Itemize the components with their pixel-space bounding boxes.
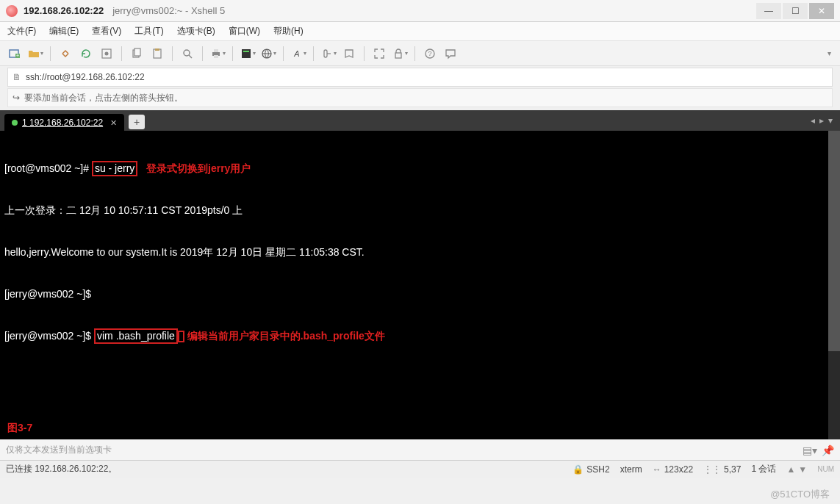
- prompt-jerry: [jerry@vms002 ~]$: [4, 330, 94, 342]
- tab-close-icon[interactable]: ✕: [110, 118, 117, 128]
- terminal-panel[interactable]: [root@vms002 ~]# su - jerry 登录式切换到jerry用…: [0, 131, 840, 439]
- tab-label: 1 192.168.26.102:22: [22, 118, 103, 128]
- svg-rect-18: [324, 50, 327, 57]
- address-url: ssh://root@192.168.26.102:22: [26, 72, 145, 82]
- menu-window[interactable]: 窗口(W): [229, 25, 260, 37]
- toolbar-separator: [50, 46, 51, 61]
- toolbar-separator: [313, 46, 314, 61]
- status-size: 123x22: [664, 464, 693, 475]
- toolbar-separator: [202, 46, 203, 61]
- help-icon[interactable]: ?: [421, 45, 439, 62]
- figure-label: 图3-7: [7, 421, 32, 435]
- menu-help[interactable]: 帮助(H): [273, 25, 304, 37]
- svg-point-4: [105, 51, 109, 55]
- menu-file[interactable]: 文件(F): [7, 25, 36, 37]
- info-text: 要添加当前会话，点击左侧的箭头按钮。: [24, 92, 183, 104]
- disconnect-icon[interactable]: [57, 45, 74, 62]
- close-button[interactable]: ✕: [809, 3, 834, 19]
- title-bar: 192.168.26.102:22 jerry@vms002:~ - Xshel…: [0, 0, 840, 22]
- svg-rect-13: [214, 55, 218, 58]
- menu-view[interactable]: 查看(V): [92, 25, 121, 37]
- compose-pin-icon[interactable]: 📌: [822, 444, 834, 456]
- fullscreen-icon[interactable]: [370, 45, 388, 62]
- toolbar-overflow-icon[interactable]: ▾: [825, 49, 834, 57]
- svg-line-10: [189, 55, 192, 58]
- address-bar[interactable]: 🗎 ssh://root@192.168.26.102:22: [7, 68, 833, 87]
- tab-prev-icon[interactable]: ◂: [811, 115, 815, 126]
- lock-status-icon: 🔒: [572, 464, 584, 475]
- svg-rect-8: [155, 48, 159, 51]
- script-icon[interactable]: [340, 45, 358, 62]
- find-icon[interactable]: [179, 45, 196, 62]
- info-bar: ↪ 要添加当前会话，点击左侧的箭头按钮。: [7, 88, 833, 107]
- prompt-jerry-empty: [jerry@vms002 ~]$: [4, 287, 836, 301]
- tab-next-icon[interactable]: ▸: [819, 115, 824, 126]
- page-icon: 🗎: [12, 72, 21, 82]
- window-title-session: jerry@vms002:~ - Xshell 5: [112, 5, 225, 16]
- compose-input[interactable]: 仅将文本发送到当前选项卡: [6, 444, 803, 456]
- tab-nav-arrows: ◂ ▸ ▾: [811, 115, 836, 126]
- minimize-button[interactable]: —: [756, 3, 781, 19]
- copy-icon[interactable]: [128, 45, 146, 62]
- app-icon: [6, 5, 18, 17]
- tab-list-icon[interactable]: ▾: [828, 115, 833, 126]
- terminal-scrollbar[interactable]: [828, 131, 840, 439]
- properties-icon[interactable]: [98, 45, 115, 62]
- svg-rect-6: [134, 48, 140, 56]
- upload-icon: ▲: [786, 464, 795, 475]
- window-buttons: — ☐ ✕: [756, 3, 834, 19]
- add-session-arrow-icon[interactable]: ↪: [12, 93, 20, 103]
- toolbar-separator: [283, 46, 284, 61]
- new-session-icon[interactable]: +: [6, 45, 24, 62]
- menu-tools[interactable]: 工具(T): [134, 25, 163, 37]
- svg-text:A: A: [293, 49, 299, 58]
- status-connection: 已连接 192.168.26.102:22。: [6, 463, 117, 475]
- open-session-icon[interactable]: ▾: [26, 45, 44, 62]
- reconnect-icon[interactable]: [77, 45, 95, 62]
- status-sessions: 1 会话: [751, 463, 776, 475]
- cursor-pos-icon: ⋮⋮: [703, 464, 721, 475]
- svg-point-9: [184, 50, 190, 56]
- watermark: @51CTO博客: [770, 488, 830, 501]
- add-tab-button[interactable]: +: [129, 115, 145, 129]
- annotation-login-switch: 登录式切换到jerry用户: [146, 162, 251, 174]
- toolbar-separator: [172, 46, 173, 61]
- toolbar-separator: [414, 46, 415, 61]
- menu-edit[interactable]: 编辑(E): [49, 25, 79, 37]
- scrollbar-thumb[interactable]: [828, 131, 840, 351]
- lock-icon[interactable]: ▾: [391, 45, 409, 62]
- tab-strip: 1 192.168.26.102:22 ✕ + ◂ ▸ ▾: [0, 110, 840, 131]
- toolbar-separator: [364, 46, 365, 61]
- command-su-jerry: su - jerry: [92, 161, 137, 176]
- encoding-icon[interactable]: ▾: [259, 45, 277, 62]
- window-title-host: 192.168.26.102:22: [24, 5, 104, 16]
- annotation-edit-bash-profile: 编辑当前用户家目录中的.bash_profile文件: [187, 330, 385, 342]
- output-motd: hello,jerry.Welcome to our system.It is …: [4, 245, 836, 259]
- toolbar-separator: [121, 46, 122, 61]
- color-scheme-icon[interactable]: ▾: [239, 45, 256, 62]
- status-term-type: xterm: [620, 464, 642, 475]
- feedback-icon[interactable]: [442, 45, 459, 62]
- prompt-root: [root@vms002 ~]#: [4, 162, 92, 174]
- maximize-button[interactable]: ☐: [783, 3, 808, 19]
- status-bar: 已连接 192.168.26.102:22。 🔒SSH2 xterm ↔123x…: [0, 460, 840, 478]
- menu-bar: 文件(F) 编辑(E) 查看(V) 工具(T) 选项卡(B) 窗口(W) 帮助(…: [0, 22, 840, 41]
- status-cursor: 5,37: [724, 464, 741, 475]
- paste-icon[interactable]: [148, 45, 166, 62]
- toolbar-separator: [232, 46, 233, 61]
- svg-text:?: ?: [428, 50, 431, 57]
- svg-rect-20: [395, 53, 401, 58]
- toolbar: + ▾ ▾ ▾ ▾ A▾ ▾ ▾ ? ▾: [0, 41, 840, 66]
- print-icon[interactable]: ▾: [209, 45, 226, 62]
- font-icon[interactable]: A▾: [290, 45, 307, 62]
- key-map-icon[interactable]: ▾: [320, 45, 337, 62]
- command-vim-bash-profile: vim .bash_profile: [94, 328, 178, 344]
- status-protocol: SSH2: [586, 464, 609, 475]
- session-tab-active[interactable]: 1 192.168.26.102:22 ✕: [4, 114, 124, 131]
- terminal-cursor: [178, 331, 184, 342]
- menu-tab[interactable]: 选项卡(B): [177, 25, 215, 37]
- compose-bar: 仅将文本发送到当前选项卡 ▤▾ 📌: [0, 439, 840, 460]
- compose-dropdown-icon[interactable]: ▤▾: [803, 444, 817, 456]
- output-last-login: 上一次登录：二 12月 10 10:57:11 CST 2019pts/0 上: [4, 204, 836, 217]
- svg-rect-12: [214, 49, 218, 52]
